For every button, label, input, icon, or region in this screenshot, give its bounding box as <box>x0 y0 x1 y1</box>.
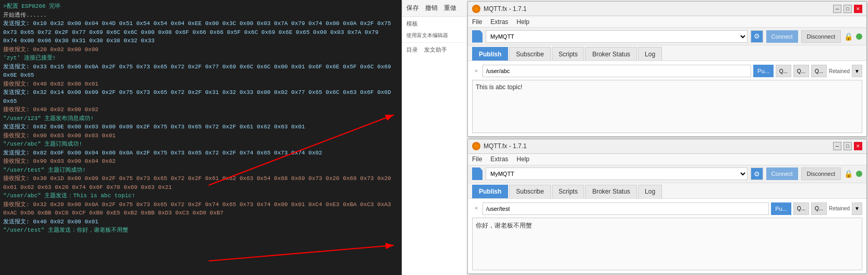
win-controls-1: ─ □ ✕ <box>833 5 862 13</box>
window-title-2: MQTT.fx - 1.7.1 <box>484 142 830 150</box>
terminal-line: 0x6E 0x65 <box>3 71 399 80</box>
terminal-line: "/user/123" 主题发布消息成功! <box>3 114 399 123</box>
minimize-btn-1[interactable]: ─ <box>833 5 841 13</box>
profile-select-1[interactable]: MyMQTT <box>486 30 748 43</box>
q-btn2-2[interactable]: Q... <box>811 202 827 215</box>
tab-broker-status-2[interactable]: Broker Status <box>585 185 637 198</box>
terminal-line: 接收报文: 0x20 0x02 0x00 0x00 <box>3 45 399 54</box>
app-icon-1 <box>472 5 480 13</box>
menu-help-2[interactable]: Help <box>516 156 529 163</box>
tab-subscribe-1[interactable]: Subscribe <box>509 47 550 61</box>
toc-label[interactable]: 目录 <box>404 45 420 55</box>
terminal-line: 发送报文: 0x10 0x32 0x00 0x04 0x4D 0x51 0x54… <box>3 19 399 28</box>
tab-scripts-2[interactable]: Scripts <box>552 185 585 198</box>
terminal-line: 发送报文: 0x82 0x0F 0x00 0x04 0x00 0x0A 0x2F… <box>3 149 399 158</box>
disconnect-btn-2[interactable]: Disconnect <box>801 168 841 180</box>
editor-area: 保存 撤销 重做 模板 使用富文本编辑器 目录 发文助手 <box>402 0 466 275</box>
topic-input-2[interactable] <box>483 202 769 215</box>
tab-log-2[interactable]: Log <box>638 185 662 198</box>
terminal-line: 发送报文: 0x32 0x14 0x00 0x09 0x2F 0x75 0x73… <box>3 88 399 97</box>
terminal-line: "/user/test" 主题发送：你好，谢老板不用蟹 <box>3 226 399 235</box>
terminal-line: 0xAC 0xD0 0xBB 0xC0 0xCF 0xB0 0xE5 0xB2 … <box>3 209 399 218</box>
terminal-line: 接收报文: 0x30 0x1D 0x00 0x09 0x2F 0x75 0x73… <box>3 174 399 183</box>
gear-btn-1[interactable]: ⚙ <box>751 30 763 43</box>
svg-line-3 <box>209 245 394 261</box>
terminal-line: 0x74 0x00 0x06 0x30 0x31 0x30 0x38 0x32 … <box>3 37 399 45</box>
profile-select-2[interactable]: MyMQTT <box>486 168 748 180</box>
close-btn-1[interactable]: ✕ <box>854 5 862 13</box>
lock-icon-2: 🔒 <box>844 170 853 178</box>
connect-btn-1[interactable]: Connect <box>766 30 798 43</box>
maximize-btn-2[interactable]: □ <box>843 142 852 150</box>
conn-bar-1: MyMQTT ⚙ Connect Disconnect 🔒 <box>468 28 866 45</box>
q-btn1-1[interactable]: Q... <box>776 65 791 77</box>
q-btn1-2[interactable]: Q... <box>793 202 809 215</box>
tab-scripts-1[interactable]: Scripts <box>552 47 585 61</box>
dropdown-btn-2[interactable]: ▼ <box>852 202 862 215</box>
disconnect-btn-1[interactable]: Disconnect <box>801 30 841 43</box>
editor-toolbar: 保存 撤销 重做 <box>402 0 466 17</box>
message-area-2[interactable]: 你好，谢老板不用蟹 <box>472 218 862 271</box>
publish-helper-label[interactable]: 发文助手 <box>422 45 449 55</box>
connect-btn-2[interactable]: Connect <box>766 168 798 180</box>
app-icon-2 <box>472 142 480 150</box>
topic-row-2: « Pu... Q... Q... Retained ▼ <box>472 202 862 216</box>
rich-editor-label[interactable]: 使用富文本编辑器 <box>404 31 450 40</box>
q-btn2-1[interactable]: Q... <box>793 65 809 77</box>
terminal-line: 'zyt' 连接已接受! <box>3 54 399 63</box>
retained-label-2: Retained <box>829 206 850 211</box>
close-btn-2[interactable]: ✕ <box>854 142 862 150</box>
tab-bar-2: Publish Subscribe Scripts Broker Status … <box>468 183 866 199</box>
terminal-line: 接收报文: 0x90 0x03 0x00 0x03 0x01 <box>3 131 399 140</box>
tab-broker-status-1[interactable]: Broker Status <box>585 47 637 61</box>
menu-help-1[interactable]: Help <box>516 18 529 26</box>
win-controls-2: ─ □ ✕ <box>833 142 862 150</box>
terminal-line: 0x65 <box>3 97 399 106</box>
q-btn3-1[interactable]: Q... <box>811 65 827 77</box>
mqtt-window-1: MQTT.fx - 1.7.1 ─ □ ✕ File Extras Help M… <box>467 1 867 137</box>
terminal-line: "/user/test" 主题订阅成功! <box>3 166 399 175</box>
menu-extras-1[interactable]: Extras <box>490 18 508 26</box>
pub-btn-2[interactable]: Pu... <box>771 202 791 215</box>
menu-extras-2[interactable]: Extras <box>490 156 508 163</box>
doc-icon-2 <box>472 168 483 180</box>
minimize-btn-2[interactable]: ─ <box>833 142 841 150</box>
retained-label-1: Retained <box>829 68 850 74</box>
status-dot-1 <box>856 33 862 40</box>
redo-button[interactable]: 重做 <box>442 3 459 14</box>
terminal-line: 接收报文: 0x90 0x03 0x00 0x04 0x02 <box>3 157 399 166</box>
status-dot-2 <box>856 171 862 177</box>
mqtt-container: MQTT.fx - 1.7.1 ─ □ ✕ File Extras Help M… <box>466 0 868 275</box>
tab-log-1[interactable]: Log <box>638 47 662 61</box>
doc-icon-1 <box>472 30 483 43</box>
cancel-button[interactable]: 撤销 <box>423 3 440 14</box>
title-bar-1: MQTT.fx - 1.7.1 ─ □ ✕ <box>468 2 866 16</box>
dropdown-btn-1[interactable]: ▼ <box>852 65 862 77</box>
terminal-line: 发送报文: 0x33 0x15 0x00 0x0A 0x2F 0x75 0x73… <box>3 63 399 71</box>
terminal-line: 发送报文: 0x40 0x02 0x00 0x01 <box>3 218 399 226</box>
publish-content-1: « Pu... Q... Q... Q... Retained ▼ This i… <box>468 61 866 136</box>
template-label[interactable]: 模板 <box>404 19 420 29</box>
maximize-btn-1[interactable]: □ <box>843 5 852 13</box>
tab-publish-1[interactable]: Publish <box>472 47 508 61</box>
pub-btn-1[interactable]: Pu... <box>753 65 774 77</box>
menu-file-1[interactable]: File <box>472 18 482 26</box>
collapse-btn-1[interactable]: « <box>472 67 480 75</box>
terminal-line: 0x61 0x62 0x63 0x20 0x74 0x6F 0x70 0x69 … <box>3 183 399 192</box>
menu-file-2[interactable]: File <box>472 156 482 163</box>
gear-btn-2[interactable]: ⚙ <box>751 168 763 180</box>
tab-publish-2[interactable]: Publish <box>472 185 508 198</box>
terminal-line: >配置 ESP8266 完毕 <box>3 2 399 11</box>
collapse-btn-2[interactable]: « <box>472 205 480 213</box>
topic-row-1: « Pu... Q... Q... Q... Retained ▼ <box>472 64 862 78</box>
title-bar-2: MQTT.fx - 1.7.1 ─ □ ✕ <box>468 139 866 154</box>
terminal-panel: >配置 ESP8266 完毕 开始透传...... 发送报文: 0x10 0x3… <box>0 0 402 275</box>
message-area-1[interactable]: This is abc topic! <box>472 80 862 133</box>
mqtt-window-2: MQTT.fx - 1.7.1 ─ □ ✕ File Extras Help M… <box>467 139 867 274</box>
save-button[interactable]: 保存 <box>404 3 421 14</box>
terminal-line: 发送报文: 0x82 0x0E 0x00 0x03 0x00 0x09 0x2F… <box>3 123 399 131</box>
terminal-line: 接收报文: 0x40 0x02 0x00 0x01 <box>3 80 399 89</box>
tab-bar-1: Publish Subscribe Scripts Broker Status … <box>468 45 866 61</box>
tab-subscribe-2[interactable]: Subscribe <box>509 185 550 198</box>
topic-input-1[interactable] <box>483 65 751 77</box>
